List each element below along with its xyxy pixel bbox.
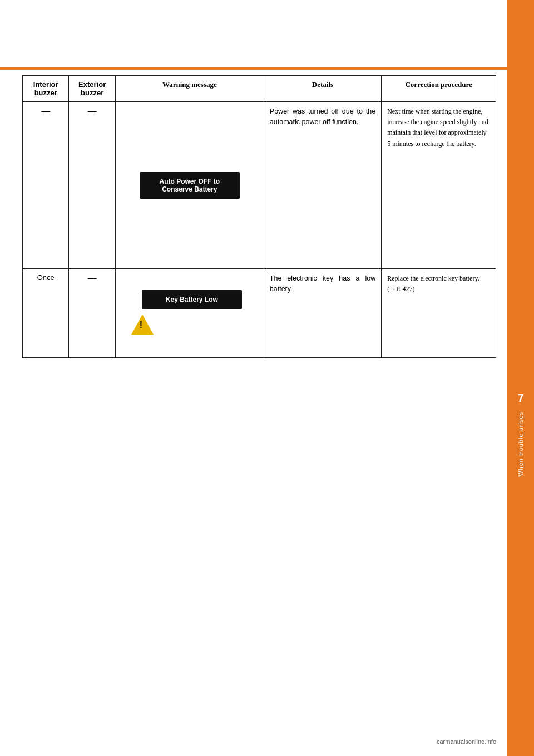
row1-correction: Next time when starting the engine, incr… — [382, 102, 496, 269]
watermark-text: carmanualsonline.info — [437, 738, 496, 745]
row2-exterior-buzzer: — — [69, 269, 115, 358]
header-exterior-buzzer: Exterior buzzer — [69, 76, 115, 102]
header-interior-buzzer: Interior buzzer — [23, 76, 69, 102]
row1-details: Power was turned off due to the automati… — [264, 102, 381, 269]
row1-exterior-buzzer: — — [69, 102, 115, 269]
row1-warning-message: Auto Power OFF to Conserve Battery — [115, 102, 264, 269]
right-sidebar: 7 When trouble arises — [507, 0, 534, 756]
row1-warning-content: Auto Power OFF to Conserve Battery — [121, 106, 258, 264]
warning-triangle-icon — [131, 315, 154, 335]
header-correction-procedure: Correction procedure — [382, 76, 496, 102]
warning-table: Interior buzzer Exterior buzzer Warning … — [22, 75, 496, 358]
chapter-digit: 7 — [517, 390, 523, 407]
table-row: Once — Key Battery Low — [23, 269, 496, 358]
row2-correction: Replace the electronic key battery. (→P.… — [382, 269, 496, 358]
row2-interior-buzzer: Once — [23, 269, 69, 358]
header-warning-message: Warning message — [115, 76, 264, 102]
row2-details: The electronic key has a low battery. — [264, 269, 381, 358]
chapter-number-container: 7 When trouble arises — [507, 390, 534, 477]
top-accent-bar — [0, 67, 507, 70]
warning-triangle-wrap — [126, 315, 154, 336]
main-content: Interior buzzer Exterior buzzer Warning … — [22, 75, 496, 358]
table-row: — — Auto Power OFF to Conserve Battery P… — [23, 102, 496, 269]
auto-power-off-warning-box: Auto Power OFF to Conserve Battery — [140, 172, 240, 199]
chapter-label: When trouble arises — [517, 411, 524, 477]
key-battery-low-warning-box: Key Battery Low — [142, 290, 242, 309]
row2-warning-content: Key Battery Low — [121, 273, 258, 353]
row2-warning-message: Key Battery Low — [115, 269, 264, 358]
row1-interior-buzzer: — — [23, 102, 69, 269]
header-details: Details — [264, 76, 381, 102]
watermark: carmanualsonline.info — [437, 738, 496, 745]
